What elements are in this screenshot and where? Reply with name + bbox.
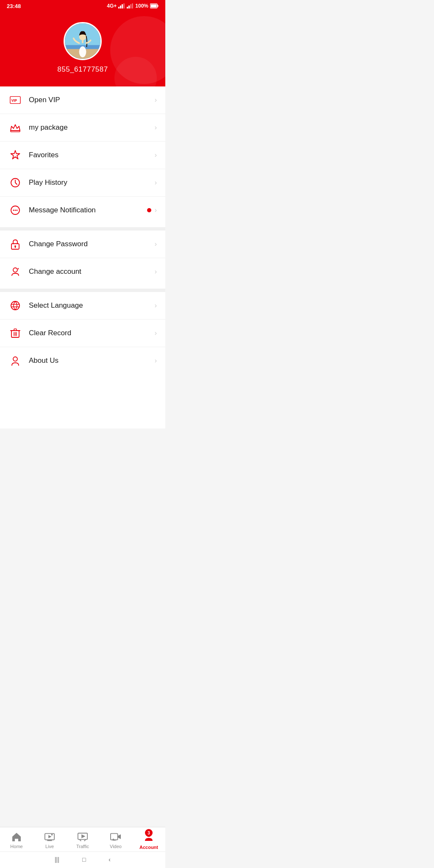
menu-item-about-us[interactable]: About Us ›	[0, 347, 165, 374]
message-icon	[8, 203, 22, 217]
select-language-label: Select Language	[29, 301, 155, 310]
menu-item-message-notification[interactable]: Message Notification ›	[0, 197, 165, 224]
signal-icon	[118, 3, 125, 8]
svg-point-25	[17, 210, 18, 211]
section-divider-1	[0, 227, 165, 231]
section-divider-2	[0, 289, 165, 292]
chevron-icon: ›	[155, 357, 157, 364]
menu-item-change-account[interactable]: Change account ›	[0, 258, 165, 285]
trash-icon	[8, 326, 22, 340]
chevron-icon: ›	[155, 124, 157, 131]
menu-item-open-vip[interactable]: VIP Open VIP ›	[0, 86, 165, 114]
menu-item-my-package[interactable]: my package ›	[0, 114, 165, 142]
svg-rect-1	[120, 6, 121, 8]
play-history-label: Play History	[29, 178, 155, 187]
svg-rect-2	[122, 4, 123, 8]
svg-rect-0	[118, 7, 120, 8]
change-password-label: Change Password	[29, 240, 155, 248]
svg-rect-10	[151, 5, 157, 8]
menu-item-select-language[interactable]: Select Language ›	[0, 292, 165, 320]
lock-icon	[8, 237, 22, 251]
notification-dot	[147, 208, 151, 212]
chevron-icon: ›	[155, 329, 157, 337]
svg-point-24	[15, 210, 16, 211]
clear-record-label: Clear Record	[29, 329, 155, 337]
svg-rect-34	[14, 329, 17, 331]
menu-section-1: VIP Open VIP › my package › Favorit	[0, 86, 165, 224]
chevron-icon: ›	[155, 302, 157, 309]
history-icon	[8, 176, 22, 189]
chevron-icon: ›	[155, 151, 157, 159]
open-vip-label: Open VIP	[29, 96, 155, 104]
battery-icon	[150, 3, 159, 8]
star-icon	[8, 148, 22, 162]
change-account-label: Change account	[29, 267, 155, 276]
menu-item-play-history[interactable]: Play History ›	[0, 169, 165, 197]
avatar-image	[65, 22, 100, 60]
about-icon	[8, 354, 22, 367]
menu-section-3: Select Language › Clear Record ›	[0, 292, 165, 374]
about-us-label: About Us	[29, 356, 155, 365]
chevron-icon: ›	[155, 96, 157, 104]
svg-rect-6	[130, 4, 131, 8]
menu-item-clear-record[interactable]: Clear Record ›	[0, 320, 165, 347]
profile-header: 855_61777587	[0, 12, 165, 91]
svg-point-23	[13, 210, 14, 211]
svg-rect-20	[11, 131, 20, 132]
svg-point-29	[13, 268, 17, 272]
menu-container: VIP Open VIP › my package › Favorit	[0, 86, 165, 428]
svg-rect-7	[132, 3, 133, 8]
menu-item-favorites[interactable]: Favorites ›	[0, 142, 165, 169]
chevron-icon: ›	[155, 179, 157, 186]
status-bar: 23:48 4G+ 100%	[0, 0, 165, 12]
svg-rect-17	[82, 40, 83, 43]
username: 855_61777587	[57, 65, 108, 74]
svg-text:VIP: VIP	[11, 98, 17, 103]
signal2-icon	[127, 3, 134, 8]
my-package-label: my package	[29, 123, 155, 132]
svg-point-30	[11, 301, 19, 310]
svg-rect-28	[15, 246, 16, 248]
svg-rect-9	[158, 5, 159, 7]
svg-rect-4	[127, 7, 128, 8]
status-time: 23:48	[7, 3, 21, 9]
chevron-icon: ›	[155, 240, 157, 248]
battery-text: 100%	[135, 3, 148, 9]
menu-item-change-password[interactable]: Change Password ›	[0, 231, 165, 258]
avatar[interactable]	[64, 22, 102, 60]
network-type: 4G+	[107, 3, 117, 9]
favorites-label: Favorites	[29, 151, 155, 159]
menu-section-2: Change Password › Change account ›	[0, 231, 165, 285]
status-indicators: 4G+ 100%	[107, 3, 159, 9]
vip-icon: VIP	[8, 93, 22, 107]
message-notification-label: Message Notification	[29, 206, 147, 214]
svg-rect-5	[128, 6, 130, 8]
svg-point-15	[79, 46, 86, 57]
svg-rect-3	[123, 3, 125, 8]
user-switch-icon	[8, 265, 22, 278]
svg-point-38	[13, 357, 17, 361]
globe-icon	[8, 299, 22, 312]
chevron-icon: ›	[155, 268, 157, 275]
chevron-icon: ›	[155, 206, 157, 214]
crown-icon	[8, 121, 22, 134]
